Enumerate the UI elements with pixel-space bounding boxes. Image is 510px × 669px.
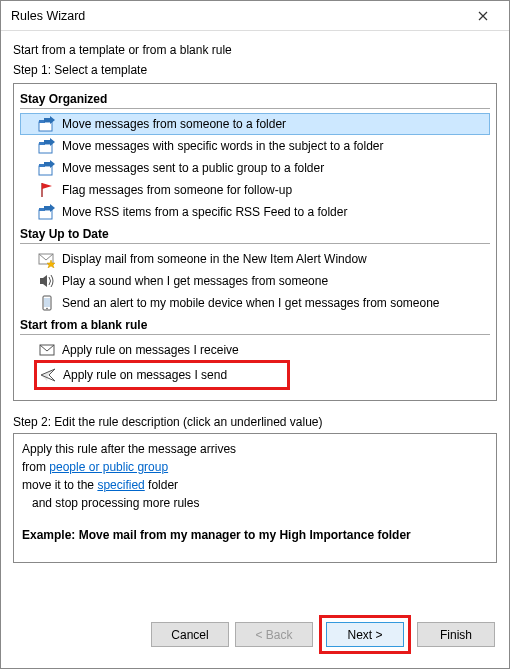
link-specified-folder[interactable]: specified [97, 478, 144, 492]
close-icon [478, 11, 488, 21]
template-label: Flag messages from someone for follow-up [62, 183, 292, 197]
step1-label: Step 1: Select a template [13, 63, 497, 77]
template-label: Move messages from someone to a folder [62, 117, 286, 131]
desc-line4: and stop processing more rules [22, 496, 199, 510]
svg-point-11 [46, 308, 48, 310]
rule-description-box: Apply this rule after the message arrive… [13, 433, 497, 563]
move-folder-icon [38, 137, 56, 155]
template-move-public-group[interactable]: Move messages sent to a public group to … [20, 157, 490, 179]
desc-line3: move it to the specified folder [22, 476, 488, 494]
template-move-subject-words[interactable]: Move messages with specific words in the… [20, 135, 490, 157]
template-label: Send an alert to my mobile device when I… [62, 296, 440, 310]
cancel-button[interactable]: Cancel [151, 622, 229, 647]
template-mobile-alert[interactable]: Send an alert to my mobile device when I… [20, 292, 490, 314]
mobile-icon [38, 294, 56, 312]
highlight-apply-send: Apply rule on messages I send [34, 360, 290, 390]
highlight-next: Next > [319, 615, 411, 654]
move-folder-icon [38, 115, 56, 133]
templates-list: Stay Organized Move messages from someon… [13, 83, 497, 401]
section-stay-up-to-date: Stay Up to Date [20, 227, 490, 241]
template-label: Display mail from someone in the New Ite… [62, 252, 367, 266]
sound-icon [38, 272, 56, 290]
divider [20, 108, 490, 109]
desc-line2: from people or public group [22, 458, 488, 476]
close-button[interactable] [463, 2, 503, 30]
titlebar: Rules Wizard [1, 1, 509, 31]
content-area: Start from a template or from a blank ru… [1, 31, 509, 607]
button-bar: Cancel < Back Next > Finish [1, 607, 509, 668]
envelope-star-icon [38, 250, 56, 268]
template-label: Apply rule on messages I receive [62, 343, 239, 357]
template-play-sound[interactable]: Play a sound when I get messages from so… [20, 270, 490, 292]
window-title: Rules Wizard [11, 9, 463, 23]
template-label: Play a sound when I get messages from so… [62, 274, 328, 288]
divider [20, 243, 490, 244]
flag-icon [38, 181, 56, 199]
template-display-alert[interactable]: Display mail from someone in the New Ite… [20, 248, 490, 270]
template-flag-followup[interactable]: Flag messages from someone for follow-up [20, 179, 490, 201]
template-label: Move messages sent to a public group to … [62, 161, 324, 175]
envelope-icon [38, 341, 56, 359]
back-button[interactable]: < Back [235, 622, 313, 647]
template-label: Move messages with specific words in the… [62, 139, 383, 153]
template-label: Move RSS items from a specific RSS Feed … [62, 205, 347, 219]
section-stay-organized: Stay Organized [20, 92, 490, 106]
link-people-or-group[interactable]: people or public group [49, 460, 168, 474]
move-folder-icon [38, 159, 56, 177]
rules-wizard-window: Rules Wizard Start from a template or fr… [0, 0, 510, 669]
template-label: Apply rule on messages I send [63, 368, 227, 382]
send-icon [39, 366, 57, 384]
template-apply-receive[interactable]: Apply rule on messages I receive [20, 339, 490, 361]
template-move-from-someone[interactable]: Move messages from someone to a folder [20, 113, 490, 135]
desc-line1: Apply this rule after the message arrive… [22, 440, 488, 458]
template-apply-send[interactable]: Apply rule on messages I send [39, 363, 287, 387]
template-move-rss[interactable]: Move RSS items from a specific RSS Feed … [20, 201, 490, 223]
finish-button[interactable]: Finish [417, 622, 495, 647]
intro-text: Start from a template or from a blank ru… [13, 43, 497, 57]
desc-example: Example: Move mail from my manager to my… [22, 526, 488, 544]
svg-rect-10 [44, 298, 50, 307]
divider [20, 334, 490, 335]
step2-label: Step 2: Edit the rule description (click… [13, 415, 497, 429]
move-folder-icon [38, 203, 56, 221]
section-blank-rule: Start from a blank rule [20, 318, 490, 332]
next-button[interactable]: Next > [326, 622, 404, 647]
